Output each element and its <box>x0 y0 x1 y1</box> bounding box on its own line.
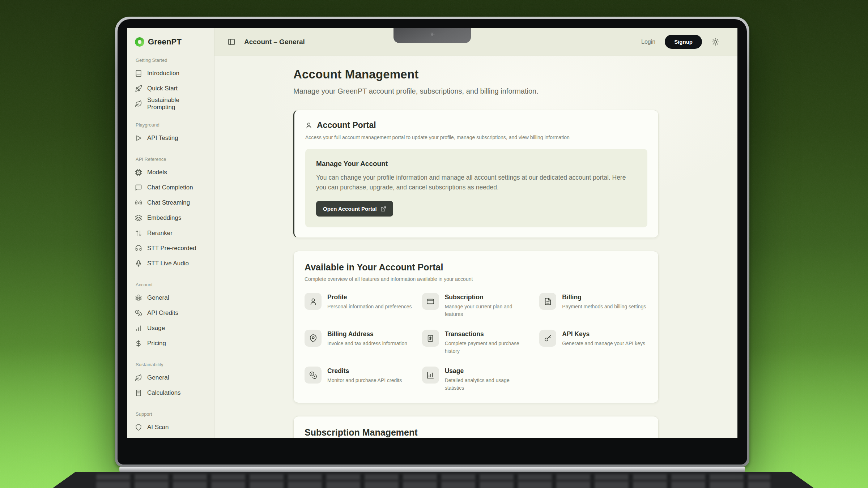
feature-title: Subscription <box>445 294 530 301</box>
feature-description: Detailed analytics and usage statistics <box>445 377 530 392</box>
feature-title: Profile <box>327 294 412 301</box>
arrow-up-down-icon <box>135 230 142 237</box>
sun-icon <box>711 38 721 46</box>
feature-description: Payment methods and billing settings <box>562 303 646 311</box>
keyboard-keys-row <box>96 474 770 480</box>
sidebar-item-playground-api-testing[interactable]: API Testing <box>135 130 209 146</box>
leaf-icon <box>135 100 142 107</box>
topbar: Account – General Login Signup <box>214 28 737 56</box>
green-gradient-background: GreenPT Getting Started Introduction Qui… <box>0 0 868 488</box>
feature-description: Personal information and preferences <box>327 303 412 311</box>
feature-title: API Keys <box>562 330 645 338</box>
panel-left-icon <box>227 38 237 46</box>
feature-title: Usage <box>445 367 530 375</box>
feature-description: Invoice and tax address information <box>327 340 407 347</box>
book-icon <box>135 70 142 77</box>
sidebar-item-sustainability-general[interactable]: General <box>135 370 209 385</box>
signup-button[interactable]: Signup <box>665 35 702 49</box>
feature-description: Generate and manage your API keys <box>562 340 645 347</box>
sidebar-item-sustainability-calculations[interactable]: Calculations <box>135 385 209 401</box>
theme-toggle-button[interactable] <box>711 37 721 47</box>
rocket-icon <box>135 85 142 92</box>
feature-credits: Credits Monitor and purchase API credits <box>305 367 413 392</box>
feature-description: Manage your current plan and features <box>445 303 530 318</box>
main-content: Account Management Manage your GreenPT a… <box>214 56 737 438</box>
calculator-icon <box>135 389 142 397</box>
sidebar-item-getting-started-quick-start[interactable]: Quick Start <box>135 81 209 96</box>
laptop-mockup: GreenPT Getting Started Introduction Qui… <box>0 0 868 488</box>
map-pin-icon <box>305 330 322 347</box>
laptop-bezel: GreenPT Getting Started Introduction Qui… <box>118 19 747 465</box>
brand-logo[interactable]: GreenPT <box>135 37 209 47</box>
headphones-icon <box>135 245 142 252</box>
receipt-icon <box>422 330 439 347</box>
key-icon <box>539 330 556 347</box>
bar-chart-icon <box>135 325 142 332</box>
features-card-subtitle: Complete overview of all features and in… <box>305 276 647 282</box>
leaf-icon <box>135 374 142 381</box>
laptop-keyboard-deck <box>53 472 814 488</box>
settings-icon <box>135 294 142 301</box>
keyboard-keys-row <box>96 481 770 488</box>
sidebar-section-label: Support <box>136 411 209 417</box>
account-portal-title: Account Portal <box>317 120 376 130</box>
sidebar-item-api-reference-models[interactable]: Models <box>135 165 209 180</box>
feature-subscription: Subscription Manage your current plan an… <box>422 293 530 318</box>
portal-features-card: Available in Your Account Portal Complet… <box>293 251 659 403</box>
sidebar-section-label: Getting Started <box>136 57 209 63</box>
feature-usage: Usage Detailed analytics and usage stati… <box>422 367 530 392</box>
sidebar-item-api-reference-chat-streaming[interactable]: Chat Streaming <box>135 195 209 210</box>
manage-account-body: You can change your profile information … <box>316 173 637 192</box>
sidebar-section-label: Sustainability <box>136 362 209 367</box>
sidebar-item-account-api-credits[interactable]: API Credits <box>135 305 209 321</box>
greenpt-logo-icon <box>135 37 144 47</box>
sidebar: GreenPT Getting Started Introduction Qui… <box>127 28 214 438</box>
shield-icon <box>135 424 142 431</box>
camera-notch <box>393 28 471 43</box>
app-window: GreenPT Getting Started Introduction Qui… <box>127 28 737 438</box>
feature-billing: Billing Payment methods and billing sett… <box>539 293 647 318</box>
camera-dot <box>430 32 435 37</box>
sidebar-item-getting-started-introduction[interactable]: Introduction <box>135 66 209 81</box>
sidebar-item-api-reference-stt-pre-recorded[interactable]: STT Pre-recorded <box>135 241 209 256</box>
subscription-management-card: Subscription Management <box>293 416 659 438</box>
user-icon <box>305 293 322 310</box>
breadcrumb-title: Account – General <box>244 38 305 46</box>
sidebar-item-getting-started-sustainable-prompting[interactable]: Sustainable Prompting <box>135 96 209 111</box>
file-text-icon <box>539 293 556 310</box>
feature-billing-address: Billing Address Invoice and tax address … <box>305 330 413 355</box>
feature-profile: Profile Personal information and prefere… <box>305 293 413 318</box>
manage-account-title: Manage Your Account <box>316 160 637 168</box>
sidebar-toggle-button[interactable] <box>227 37 237 47</box>
credit-card-icon <box>422 293 439 310</box>
sidebar-section-label: Playground <box>136 122 209 128</box>
coins-icon <box>305 367 322 384</box>
layers-icon <box>135 214 142 222</box>
sidebar-item-api-reference-stt-live-audio[interactable]: STT Live Audio <box>135 256 209 271</box>
laptop-screen-frame: GreenPT Getting Started Introduction Qui… <box>115 17 749 467</box>
feature-title: Credits <box>327 367 402 375</box>
sidebar-section-label: API Reference <box>136 157 209 162</box>
sidebar-item-account-general[interactable]: General <box>135 290 209 305</box>
feature-title: Billing <box>562 294 646 301</box>
chart-column-icon <box>422 367 439 384</box>
login-button[interactable]: Login <box>641 39 655 45</box>
external-link-icon <box>380 206 386 212</box>
sidebar-item-api-reference-chat-completion[interactable]: Chat Completion <box>135 180 209 195</box>
play-icon <box>135 134 142 142</box>
cpu-icon <box>135 169 142 176</box>
sidebar-nav: Getting Started Introduction Quick Start… <box>135 57 209 435</box>
sidebar-section: Support AI Scan <box>135 411 209 435</box>
sidebar-section-label: Account <box>136 282 209 287</box>
sidebar-item-api-reference-reranker[interactable]: Reranker <box>135 226 209 241</box>
dollar-sign-icon <box>135 340 142 347</box>
sidebar-item-api-reference-embeddings[interactable]: Embeddings <box>135 210 209 226</box>
feature-title: Transactions <box>445 330 530 338</box>
feature-api-keys: API Keys Generate and manage your API ke… <box>539 330 647 355</box>
features-grid: Profile Personal information and prefere… <box>305 293 647 392</box>
sidebar-item-support-ai-scan[interactable]: AI Scan <box>135 420 209 435</box>
sidebar-item-account-pricing[interactable]: Pricing <box>135 336 209 351</box>
sidebar-item-account-usage[interactable]: Usage <box>135 321 209 336</box>
account-portal-card: Account Portal Access your full account … <box>293 110 659 238</box>
open-account-portal-button[interactable]: Open Account Portal <box>316 201 393 217</box>
